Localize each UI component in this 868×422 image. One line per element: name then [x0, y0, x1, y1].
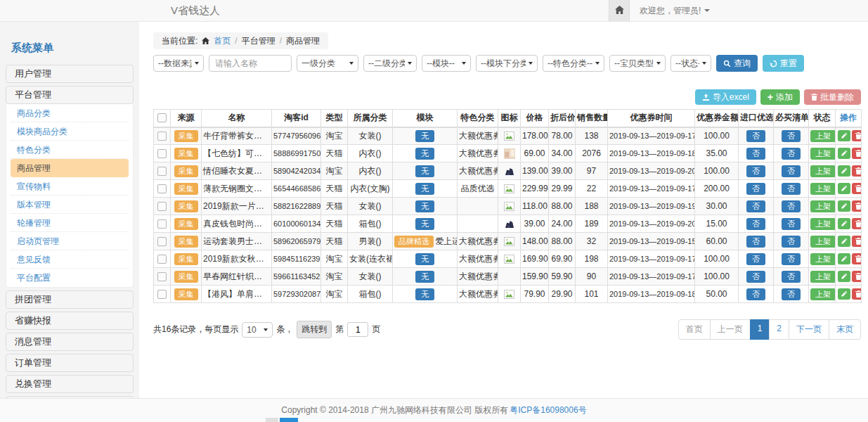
sidebar-section[interactable]: 省赚快报: [6, 312, 134, 330]
module-badge[interactable]: 无: [415, 183, 434, 195]
filter-name-input[interactable]: [209, 55, 292, 72]
module-badge[interactable]: 无: [415, 218, 434, 230]
row-checkbox[interactable]: [157, 167, 167, 176]
status-badge[interactable]: 上架: [810, 236, 836, 248]
must-buy-toggle[interactable]: 否: [782, 253, 801, 265]
import-optional-toggle[interactable]: 否: [746, 271, 765, 283]
import-optional-toggle[interactable]: 否: [746, 253, 765, 265]
jump-page-input[interactable]: [347, 322, 368, 337]
sidebar-section[interactable]: 拼团管理: [6, 290, 134, 309]
pager-item[interactable]: 下一页: [789, 319, 829, 340]
import-optional-toggle[interactable]: 否: [746, 288, 765, 300]
batch-delete-button[interactable]: 批量删除: [804, 89, 861, 105]
status-badge[interactable]: 上架: [810, 165, 836, 177]
delete-button[interactable]: [852, 148, 862, 159]
sidebar-link[interactable]: 商品分类: [11, 104, 129, 122]
filter-select-status[interactable]: --状态--: [671, 55, 711, 72]
import-optional-toggle[interactable]: 否: [746, 218, 765, 230]
status-badge[interactable]: 上架: [810, 130, 836, 142]
sidebar-link[interactable]: 商品管理: [11, 159, 129, 177]
filter-select-item-type[interactable]: --宝贝类型--: [609, 55, 666, 72]
import-excel-button[interactable]: 导入excel: [695, 89, 756, 105]
sidebar-link[interactable]: 平台配置: [11, 269, 129, 287]
row-checkbox[interactable]: [157, 202, 167, 211]
delete-button[interactable]: [852, 165, 862, 177]
import-optional-toggle[interactable]: 否: [746, 148, 765, 160]
edit-button[interactable]: [838, 165, 850, 177]
import-optional-toggle[interactable]: 否: [746, 165, 765, 177]
filter-select-data-source[interactable]: --数据来源--: [153, 55, 204, 72]
edit-button[interactable]: [838, 271, 850, 282]
row-checkbox[interactable]: [157, 149, 167, 158]
delete-button[interactable]: [852, 130, 862, 141]
edit-button[interactable]: [838, 148, 850, 159]
edit-button[interactable]: [838, 218, 850, 229]
status-badge[interactable]: 上架: [810, 183, 836, 195]
status-badge[interactable]: 上架: [810, 218, 836, 230]
delete-button[interactable]: [852, 236, 862, 247]
module-badge[interactable]: 无: [415, 288, 434, 300]
row-checkbox[interactable]: [157, 219, 167, 229]
sidebar-section[interactable]: 用户管理: [6, 65, 134, 83]
row-checkbox[interactable]: [157, 184, 167, 193]
edit-button[interactable]: [838, 130, 850, 141]
module-badge[interactable]: 无: [415, 148, 434, 160]
module-badge[interactable]: 无: [415, 165, 434, 177]
status-badge[interactable]: 上架: [810, 253, 836, 265]
edit-button[interactable]: [838, 288, 850, 300]
status-badge[interactable]: 上架: [810, 271, 836, 283]
filter-select-category-level1[interactable]: 一级分类: [297, 55, 358, 72]
delete-button[interactable]: [852, 183, 862, 194]
must-buy-toggle[interactable]: 否: [782, 183, 801, 195]
row-checkbox[interactable]: [157, 237, 167, 246]
module-badge[interactable]: 品牌精选: [394, 236, 434, 248]
edit-button[interactable]: [838, 236, 850, 247]
filter-select-category-level2[interactable]: --二级分类--: [363, 55, 417, 72]
sidebar-link[interactable]: 意见反馈: [11, 250, 129, 269]
must-buy-toggle[interactable]: 否: [782, 165, 801, 177]
sidebar-link[interactable]: 模块商品分类: [11, 122, 129, 141]
add-button[interactable]: + 添加: [760, 89, 800, 105]
sidebar-link[interactable]: 特色分类: [11, 141, 129, 159]
import-optional-toggle[interactable]: 否: [746, 200, 765, 212]
breadcrumb-home-link[interactable]: 首页: [214, 35, 231, 47]
sidebar-link[interactable]: 版本管理: [11, 196, 129, 214]
must-buy-toggle[interactable]: 否: [782, 218, 801, 230]
row-checkbox[interactable]: [157, 290, 167, 299]
module-badge[interactable]: 无: [415, 271, 434, 283]
edit-button[interactable]: [838, 183, 850, 194]
row-checkbox[interactable]: [157, 132, 167, 141]
filter-select-feature-category[interactable]: --特色分类--: [543, 55, 604, 72]
home-button[interactable]: [609, 0, 630, 21]
edit-button[interactable]: [838, 200, 850, 212]
sidebar-link[interactable]: 宣传物料: [11, 177, 129, 196]
sidebar-section[interactable]: 订单管理: [6, 354, 134, 372]
import-optional-toggle[interactable]: 否: [746, 236, 765, 248]
query-button[interactable]: 查询: [716, 55, 758, 72]
user-menu[interactable]: 欢迎您，管理员!: [630, 0, 710, 21]
module-badge[interactable]: 无: [415, 200, 434, 212]
status-badge[interactable]: 上架: [810, 288, 836, 300]
must-buy-toggle[interactable]: 否: [782, 236, 801, 248]
pager-item[interactable]: 2: [769, 319, 789, 340]
edit-button[interactable]: [838, 253, 850, 264]
must-buy-toggle[interactable]: 否: [782, 200, 801, 212]
select-all-checkbox[interactable]: [157, 113, 167, 122]
delete-button[interactable]: [852, 218, 862, 229]
must-buy-toggle[interactable]: 否: [782, 148, 801, 160]
module-badge[interactable]: 无: [415, 253, 434, 265]
pager-item[interactable]: 上一页: [710, 319, 751, 340]
delete-button[interactable]: [852, 253, 862, 264]
pager-item[interactable]: 首页: [678, 319, 711, 340]
sidebar-link[interactable]: 启动页管理: [11, 232, 129, 250]
must-buy-toggle[interactable]: 否: [782, 130, 801, 142]
delete-button[interactable]: [852, 200, 862, 212]
row-checkbox[interactable]: [157, 255, 167, 264]
jump-button[interactable]: 跳转到: [297, 321, 332, 338]
import-optional-toggle[interactable]: 否: [746, 130, 765, 142]
sidebar-section[interactable]: 兑换管理: [6, 375, 134, 393]
sidebar-section[interactable]: 消息管理: [6, 333, 134, 351]
icp-link[interactable]: 粤ICP备16098006号: [510, 404, 586, 416]
pager-item[interactable]: 末页: [829, 319, 861, 340]
pager-current-page[interactable]: 1: [750, 319, 770, 340]
